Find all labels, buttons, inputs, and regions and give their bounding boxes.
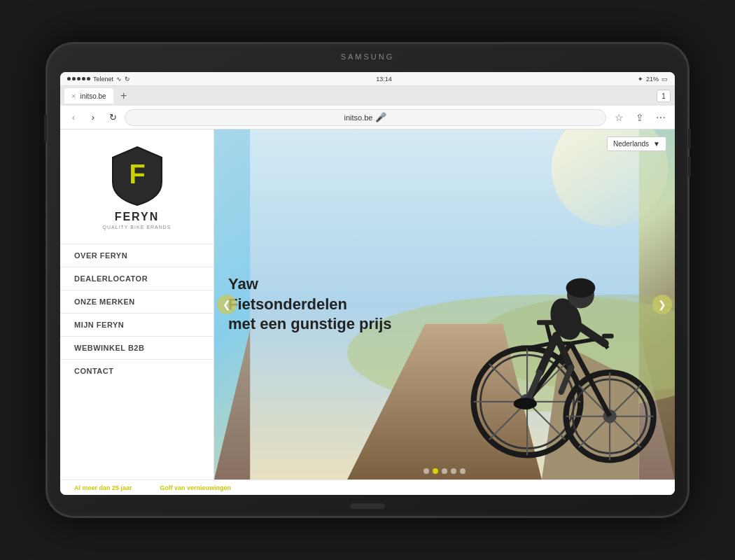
svg-text:F: F (129, 160, 145, 189)
tablet-shell: SAMSUNG Telenet ∿ ↻ 13:14 ✦ 21% ▭ × (46, 42, 690, 518)
nav-item-mijn-feryn[interactable]: MIJN FERYN (60, 313, 214, 336)
sync-icon: ↻ (125, 76, 130, 83)
bookmark-button[interactable]: ☆ (610, 109, 627, 126)
brand-name-block: FERYN QUALITY BIKE BRANDS (103, 211, 172, 230)
arrow-left-icon: ❮ (223, 299, 231, 310)
forward-button[interactable]: › (85, 110, 101, 125)
tab-title: initso.be (80, 92, 106, 100)
nav-item-contact[interactable]: CONTACT (60, 359, 214, 382)
volume-down-button[interactable] (688, 156, 691, 177)
arrow-right-icon: ❯ (658, 299, 666, 310)
slider-dots (424, 468, 465, 474)
url-text: initso.be (344, 113, 373, 122)
volume-up-button[interactable] (688, 128, 691, 149)
bluetooth-icon: ✦ (638, 76, 643, 83)
menu-button[interactable]: ⋯ (652, 109, 669, 126)
power-button[interactable] (44, 114, 47, 142)
signal-strength (67, 77, 90, 80)
status-bar: Telenet ∿ ↻ 13:14 ✦ 21% ▭ (60, 72, 675, 86)
slider-prev-button[interactable]: ❮ (217, 295, 237, 314)
slide-dot-4[interactable] (451, 468, 456, 474)
logo-shield: F (109, 144, 165, 206)
battery-percent: 21% (646, 76, 659, 83)
hero-title-line3: met een gunstige prijs (228, 315, 392, 332)
slide-dot-3[interactable] (442, 468, 447, 474)
microphone-icon[interactable]: 🎤 (375, 112, 386, 122)
nav-item-over-feryn[interactable]: OVER FERYN (60, 244, 214, 267)
bottom-link-1[interactable]: Al meer dan 25 jaar (74, 484, 132, 491)
new-tab-button[interactable]: + (116, 88, 132, 104)
hero-title-line2: Fietsonderdelen (228, 295, 347, 313)
nav-list: OVER FERYN DEALERLOCATOR ONZE MERKEN MIJ… (60, 244, 214, 382)
hero-area: Nederlands ▼ Yaw Fietsonderdelen met een… (214, 130, 675, 479)
tab-count: 1 (657, 90, 671, 102)
status-time: 13:14 (376, 76, 392, 83)
home-button[interactable] (350, 503, 385, 509)
sidebar: F FERYN QUALITY BIKE BRANDS OVER FERYN D… (60, 130, 214, 479)
carrier-name: Telenet (93, 76, 113, 83)
address-bar: ‹ › ↻ initso.be 🎤 ☆ ⇪ ⋯ (60, 106, 675, 130)
svg-rect-30 (602, 334, 614, 339)
svg-point-39 (514, 398, 537, 410)
language-dropdown[interactable]: Nederlands ▼ (607, 136, 666, 151)
dropdown-arrow-icon: ▼ (653, 140, 660, 148)
tab-bar: × initso.be + 1 (60, 86, 675, 106)
status-right: ✦ 21% ▭ (638, 76, 668, 83)
back-button[interactable]: ‹ (66, 110, 81, 125)
browser-window: Telenet ∿ ↻ 13:14 ✦ 21% ▭ × initso.be + … (60, 72, 675, 495)
device-brand: SAMSUNG (341, 52, 395, 61)
reload-button[interactable]: ↻ (105, 110, 120, 125)
logo-area: F FERYN QUALITY BIKE BRANDS (103, 144, 172, 230)
feryn-logo-svg: F (109, 144, 165, 206)
bottom-link-2[interactable]: Golf van vernieuwingen (160, 484, 232, 491)
slide-dot-1[interactable] (424, 468, 429, 474)
active-tab[interactable]: × initso.be (64, 88, 113, 104)
tab-close-icon[interactable]: × (71, 92, 76, 100)
slide-dot-5[interactable] (460, 468, 465, 474)
brand-name: FERYN (103, 211, 172, 223)
nav-item-webwinkel[interactable]: WEBWINKEL B2B (60, 336, 214, 359)
language-label: Nederlands (613, 140, 649, 148)
hero-text-block: Yaw Fietsonderdelen met een gunstige pri… (228, 274, 392, 335)
nav-item-onze-merken[interactable]: ONZE MERKEN (60, 290, 214, 313)
wifi-icon: ∿ (116, 76, 122, 83)
nav-item-dealerlocator[interactable]: DEALERLOCATOR (60, 267, 214, 290)
url-field[interactable]: initso.be 🎤 (125, 109, 606, 126)
share-button[interactable]: ⇪ (631, 109, 648, 126)
status-left: Telenet ∿ ↻ (67, 76, 130, 83)
slide-dot-2[interactable] (433, 468, 438, 474)
site-content: F FERYN QUALITY BIKE BRANDS OVER FERYN D… (60, 130, 675, 479)
slider-next-button[interactable]: ❯ (652, 295, 672, 314)
bottom-bar: Al meer dan 25 jaar Golf van vernieuwing… (60, 479, 675, 495)
hero-title: Yaw Fietsonderdelen met een gunstige pri… (228, 274, 392, 335)
brand-tagline: QUALITY BIKE BRANDS (103, 225, 172, 230)
hero-title-line1: Yaw (228, 275, 258, 293)
battery-icon: ▭ (662, 76, 668, 83)
svg-point-33 (566, 279, 596, 298)
